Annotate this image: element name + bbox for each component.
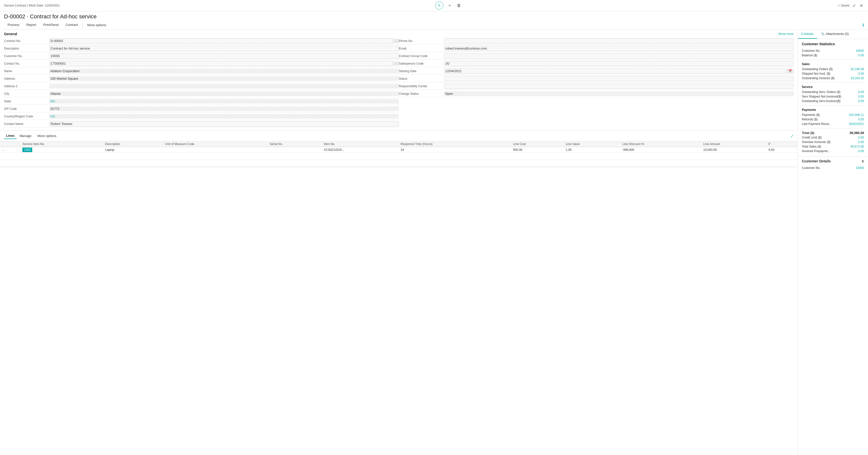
delete-button[interactable]: 🗑: [456, 2, 462, 9]
input-address: [49, 76, 399, 81]
field-status: Status: [399, 75, 794, 82]
col-serial-no: Serial No.: [268, 141, 322, 147]
cell-line-amount: 10,000.00: [701, 147, 766, 153]
input-name: [49, 69, 399, 73]
form-col-right: Phone No. Email Contract Group Code: [399, 37, 794, 127]
cell-serial-no: [268, 147, 322, 153]
cell-description: Laptop: [103, 147, 163, 153]
field-contact-name: Contact Name: [4, 121, 399, 127]
menu-contract[interactable]: Contract: [62, 21, 82, 29]
edit-button[interactable]: ✎: [435, 1, 443, 9]
label-outstanding-serv-orders: Outstanding Serv. Orders ($): [802, 90, 840, 94]
menu-separator: [83, 23, 83, 28]
value-total: 39,380.28: [849, 131, 864, 135]
value-state: [49, 99, 399, 104]
saved-status: ✓ Saved: [838, 4, 849, 7]
expand-button[interactable]: ⤢: [851, 2, 857, 9]
label-stats-customer-no: Customer No.: [802, 49, 820, 53]
right-panel: ℹ Details 📎 Attachments (0) Customer Sta…: [798, 29, 868, 455]
lines-expand-icon[interactable]: ⤢: [790, 134, 794, 138]
breadcrumb: Service Contract | Work Date: 12/04/2021: [4, 4, 60, 7]
label-salesperson: Salesperson Code: [399, 62, 444, 65]
customer-stats-title: Customer Statistics: [802, 42, 864, 46]
value-cd-customer-no[interactable]: 10000: [856, 166, 864, 170]
menu-report[interactable]: Report: [23, 21, 40, 29]
divider-service: [802, 83, 864, 83]
col-response-time: Response Time (Hours): [399, 141, 511, 147]
tab-details[interactable]: ℹ Details: [798, 29, 817, 39]
value-customer-no: 10000: [49, 53, 399, 59]
contact-no-lookup[interactable]: ···: [394, 62, 399, 66]
input-country[interactable]: [49, 114, 399, 119]
general-section: General Show more Contract No. ··· Descr…: [0, 29, 798, 131]
stats-last-payment: Last Payment Recei... 25/03/2021: [802, 122, 864, 126]
customer-details-header[interactable]: Customer Details ∨: [798, 156, 868, 166]
label-zip: ZIP Code: [4, 107, 49, 110]
contract-no-lookup[interactable]: ···: [394, 39, 399, 43]
attachments-tab-icon: 📎: [821, 32, 825, 36]
value-overdue-amounts: 0.00: [858, 140, 864, 144]
label-contract-no: Contract No.: [4, 39, 49, 43]
table-row[interactable]: → 1000 Laptop XCS021/023/... 24 500.00 1…: [0, 147, 798, 153]
cell-p: 9,50: [767, 147, 798, 153]
horizontal-scrollbar[interactable]: [0, 167, 798, 170]
value-status: [444, 76, 794, 81]
menu-bar: Process Report Print/Send Contract More …: [0, 21, 868, 29]
stats-outstanding-serv-invoices: Outstanding Serv.Invoices($) 0.00: [802, 99, 864, 103]
value-total-sales[interactable]: 60,672.80: [850, 145, 864, 148]
lines-table: Service Item No. Description Unit of Mea…: [0, 141, 798, 167]
value-email: [444, 46, 794, 51]
top-bar: Service Contract | Work Date: 12/04/2021…: [0, 0, 868, 11]
input-description[interactable]: [49, 46, 399, 51]
input-starting-date[interactable]: [444, 68, 786, 74]
close-button[interactable]: ✕: [859, 2, 864, 9]
input-contact-no[interactable]: [49, 61, 393, 66]
col-line-value: Line Value: [564, 141, 620, 147]
select-responsibility-center[interactable]: [444, 84, 794, 89]
details-tab-icon: ℹ: [801, 32, 803, 36]
menu-print-send[interactable]: Print/Send: [40, 21, 62, 29]
input-state[interactable]: [49, 99, 399, 104]
lines-more-options[interactable]: More options: [34, 133, 59, 139]
input-contract-no[interactable]: [49, 38, 393, 43]
lines-header: Lines Manage More options ⤢: [0, 131, 798, 141]
select-contract-group[interactable]: [444, 53, 794, 59]
cell-response-time: 24: [399, 147, 511, 153]
page-title: D-00002 · Contract for Ad-hoc service: [0, 11, 868, 21]
show-more-button[interactable]: Show more: [778, 32, 794, 36]
field-starting-date: Starting Date 📅: [399, 68, 794, 75]
cell-arrow: →: [0, 147, 20, 153]
value-address2: [49, 84, 399, 89]
add-button[interactable]: +: [447, 2, 452, 9]
select-salesperson[interactable]: JO: [444, 61, 794, 66]
info-icon[interactable]: ℹ: [863, 23, 864, 27]
lines-tab[interactable]: Lines: [4, 133, 17, 139]
label-last-payment: Last Payment Recei...: [802, 122, 831, 126]
calendar-button[interactable]: 📅: [787, 69, 794, 73]
select-status[interactable]: [444, 76, 794, 81]
field-phone: Phone No.: [399, 37, 794, 44]
value-stats-customer-no[interactable]: 10000: [856, 49, 864, 53]
menu-process[interactable]: Process: [4, 21, 23, 29]
menu-more-options[interactable]: More options: [84, 21, 110, 29]
value-outstanding-invoices[interactable]: 19,184.20: [850, 76, 864, 80]
tab-attachments[interactable]: 📎 Attachments (0): [817, 29, 852, 39]
input-email[interactable]: [444, 46, 794, 51]
label-contact-name: Contact Name: [4, 122, 49, 126]
value-payments[interactable]: 232,466.11: [849, 113, 864, 117]
value-contract-no: ···: [49, 38, 399, 43]
select-customer-no[interactable]: 10000: [49, 53, 399, 59]
table-empty-row-2: [0, 160, 798, 167]
label-description: Description: [4, 47, 49, 50]
value-credit-limit: 0.00: [858, 136, 864, 139]
input-phone[interactable]: [444, 38, 794, 43]
label-total-sales: Total Sales ($): [802, 145, 821, 148]
details-tab-label: Details: [804, 32, 814, 36]
value-outstanding-orders[interactable]: 20,196.08: [850, 67, 864, 71]
input-contact-name[interactable]: [49, 121, 399, 126]
stats-outstanding-serv-orders: Outstanding Serv. Orders ($) 0.00: [802, 90, 864, 94]
cell-line-cost: 500.00: [511, 147, 564, 153]
right-panel-tabs: ℹ Details 📎 Attachments (0): [798, 29, 868, 39]
value-country: [49, 114, 399, 119]
lines-manage[interactable]: Manage: [17, 133, 34, 139]
